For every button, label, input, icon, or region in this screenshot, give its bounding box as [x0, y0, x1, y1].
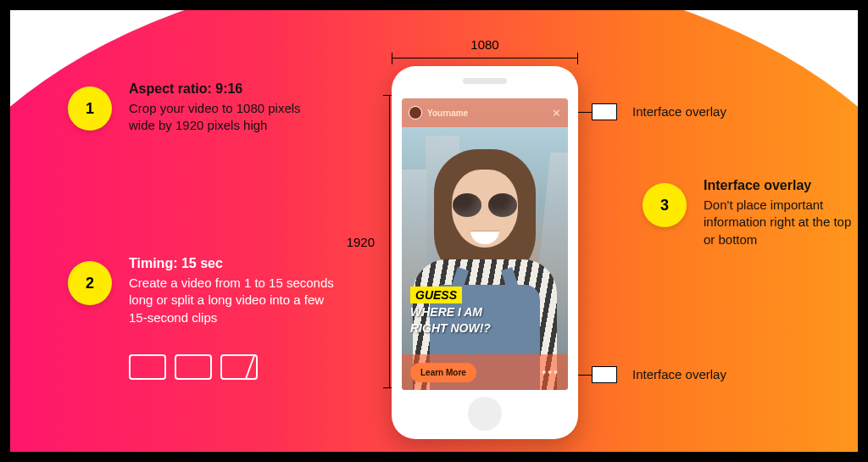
callout-line: [578, 375, 592, 376]
story-caption: GUESS WHERE I AM RIGHT NOW!?: [410, 287, 491, 336]
tip-1-title: Aspect ratio: 9:16: [129, 81, 324, 97]
tip-number-3-text: 3: [660, 197, 669, 214]
tip-3-body: Don't place important information right …: [704, 197, 856, 248]
tip-number-1: 1: [68, 86, 112, 131]
lens-icon: [453, 193, 481, 217]
caption-line-2: RIGHT NOW!?: [410, 321, 491, 336]
dimension-width: 1080: [392, 42, 578, 64]
clip-icon: [129, 354, 166, 380]
callout-box: [592, 366, 617, 383]
tip-2-title: Timing: 15 sec: [129, 256, 339, 271]
dimension-height-label: 1920: [347, 235, 375, 249]
tip-2-body: Create a video from 1 to 15 seconds long…: [129, 275, 339, 326]
tip-1-body: Crop your video to 1080 pixels wide by 1…: [129, 100, 324, 135]
callout-top-label: Interface overlay: [632, 104, 726, 119]
home-button-icon: [468, 397, 502, 431]
story-username: Yourname: [427, 109, 468, 118]
canvas: 1 Aspect ratio: 9:16 Crop your video to …: [10, 10, 858, 452]
caption-line-1: WHERE I AM: [410, 305, 491, 320]
tip-number-2-text: 2: [86, 275, 94, 292]
sunglasses-icon: [448, 193, 522, 217]
clip-icon: [175, 354, 212, 380]
story-bottom-overlay: Learn More •••: [402, 354, 568, 390]
lens-icon: [488, 193, 517, 217]
clip-icons: [129, 354, 258, 380]
tip-number-1-text: 1: [86, 100, 94, 118]
callout-bottom-label: Interface overlay: [632, 367, 726, 381]
clip-icon-partial: [220, 354, 258, 380]
close-icon[interactable]: ✕: [552, 107, 561, 120]
outer-frame: 1 Aspect ratio: 9:16 Crop your video to …: [0, 0, 868, 462]
learn-more-button[interactable]: Learn More: [410, 363, 476, 382]
tip-number-3: 3: [643, 183, 687, 227]
tip-3-title: Interface overlay: [704, 178, 856, 193]
tip-2: Timing: 15 sec Create a video from 1 to …: [129, 256, 339, 326]
story-top-overlay: Yourname ✕: [402, 98, 568, 127]
more-icon[interactable]: •••: [542, 365, 559, 379]
phone-speaker: [463, 78, 507, 84]
dim-tick: [577, 53, 578, 64]
caption-guess: GUESS: [410, 287, 462, 303]
phone-mockup: Yourname ✕ GUESS WHERE I AM RIGHT NOW!? …: [392, 66, 578, 439]
tip-number-2: 2: [68, 261, 112, 305]
dimension-height: 1920: [353, 95, 390, 388]
callout-box: [592, 103, 617, 120]
dimension-width-label: 1080: [470, 37, 498, 52]
avatar-icon: [409, 106, 422, 120]
phone-screen: Yourname ✕ GUESS WHERE I AM RIGHT NOW!? …: [402, 98, 568, 390]
dim-line: [392, 58, 578, 58]
tip-1: Aspect ratio: 9:16 Crop your video to 10…: [129, 81, 324, 135]
tip-3: Interface overlay Don't place important …: [704, 178, 856, 248]
callout-line: [578, 112, 592, 113]
dim-tick: [392, 53, 392, 64]
dim-line: [389, 95, 390, 388]
